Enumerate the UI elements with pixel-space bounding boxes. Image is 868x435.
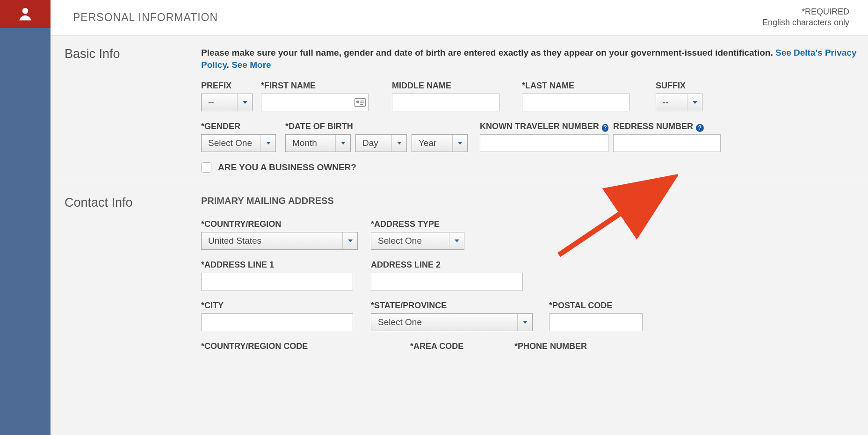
contact-card-icon	[354, 98, 366, 107]
gender-value: Select One	[202, 135, 260, 152]
page-header: PERSONAL INFORMATION *REQUIRED English c…	[51, 0, 868, 36]
header-notes: *REQUIRED English characters only	[762, 7, 849, 29]
charset-note: English characters only	[762, 17, 849, 28]
prefix-select[interactable]: --	[201, 94, 253, 111]
chevron-down-icon	[260, 135, 275, 152]
main-content: PERSONAL INFORMATION *REQUIRED English c…	[51, 0, 868, 435]
postal-label: *POSTAL CODE	[549, 301, 643, 311]
chevron-down-icon	[391, 135, 406, 152]
dob-label: *DATE OF BIRTH	[285, 122, 351, 131]
suffix-value: --	[656, 94, 687, 111]
chevron-down-icon	[335, 135, 350, 152]
chevron-down-icon	[452, 135, 467, 152]
ktn-input[interactable]	[480, 134, 608, 152]
address-type-value: Select One	[371, 232, 449, 249]
country-select[interactable]: United States	[201, 232, 358, 250]
phone-label: *PHONE NUMBER	[514, 341, 617, 351]
middle-name-input[interactable]	[392, 94, 499, 111]
chevron-down-icon	[517, 314, 532, 331]
profile-nav-item[interactable]	[0, 0, 51, 28]
dob-year-value: Year	[412, 135, 452, 152]
first-name-label: *FIRST NAME	[261, 81, 369, 91]
address2-input[interactable]	[371, 273, 523, 290]
state-select[interactable]: Select One	[371, 313, 533, 331]
gender-select[interactable]: Select One	[201, 134, 276, 152]
city-label: *CITY	[201, 301, 353, 311]
required-note: *REQUIRED	[762, 7, 849, 17]
instruction-pre: Please make sure your full name, gender …	[201, 48, 775, 58]
mailing-address-heading: PRIMARY MAILING ADDRESS	[201, 196, 857, 206]
redress-input[interactable]	[613, 134, 721, 152]
suffix-select[interactable]: --	[656, 94, 702, 111]
country-label: *COUNTRY/REGION	[201, 219, 358, 229]
svg-rect-5	[360, 102, 364, 103]
dob-day-value: Day	[356, 135, 391, 152]
help-icon[interactable]: ?	[696, 124, 704, 132]
svg-rect-6	[360, 104, 363, 105]
dob-month-value: Month	[286, 135, 335, 152]
last-name-label: *LAST NAME	[522, 81, 629, 91]
address1-input[interactable]	[201, 273, 353, 290]
suffix-label: SUFFIX	[656, 81, 702, 91]
last-name-input[interactable]	[522, 94, 629, 111]
instruction-period: .	[227, 60, 232, 70]
svg-rect-4	[360, 101, 364, 102]
dob-month-select[interactable]: Month	[285, 134, 351, 152]
prefix-value: --	[202, 94, 237, 111]
basic-info-section: Basic Info Please make sure your full na…	[51, 36, 868, 184]
address-type-label: *ADDRESS TYPE	[371, 219, 464, 229]
middle-name-label: MIDDLE NAME	[392, 81, 499, 91]
chevron-down-icon	[687, 94, 702, 111]
country-code-label: *COUNTRY/REGION CODE	[201, 341, 388, 351]
contact-info-section: Contact Info PRIMARY MAILING ADDRESS *CO…	[51, 184, 868, 365]
address1-label: *ADDRESS LINE 1	[201, 260, 353, 270]
dob-day-select[interactable]: Day	[355, 134, 407, 152]
dob-year-select[interactable]: Year	[412, 134, 468, 152]
business-owner-label: ARE YOU A BUSINESS OWNER?	[218, 162, 356, 173]
redress-label: REDRESS NUMBER	[613, 122, 693, 131]
business-owner-checkbox[interactable]	[201, 162, 211, 173]
help-icon[interactable]: ?	[602, 124, 608, 132]
state-label: *STATE/PROVINCE	[371, 301, 533, 311]
postal-input[interactable]	[549, 313, 643, 331]
instruction-text: Please make sure your full name, gender …	[201, 47, 857, 72]
first-name-input[interactable]	[261, 94, 369, 111]
area-code-label: *AREA CODE	[410, 341, 504, 351]
left-sidebar	[0, 0, 51, 435]
chevron-down-icon	[449, 232, 464, 249]
country-value: United States	[202, 232, 342, 249]
chevron-down-icon	[237, 94, 252, 111]
section-title-basic: Basic Info	[65, 47, 201, 173]
svg-point-0	[22, 8, 29, 14]
address2-label: ADDRESS LINE 2	[371, 260, 523, 270]
ktn-label: KNOWN TRAVELER NUMBER	[480, 122, 599, 131]
page-title: PERSONAL INFORMATION	[73, 11, 218, 24]
see-more-link[interactable]: See More	[231, 60, 271, 70]
chevron-down-icon	[342, 232, 357, 249]
city-input[interactable]	[201, 313, 353, 331]
person-icon	[15, 6, 35, 22]
prefix-label: PREFIX	[201, 81, 253, 91]
gender-label: *GENDER	[201, 122, 276, 131]
address-type-select[interactable]: Select One	[371, 232, 464, 250]
svg-point-3	[356, 101, 359, 103]
state-value: Select One	[371, 314, 517, 331]
section-title-contact: Contact Info	[65, 196, 201, 354]
